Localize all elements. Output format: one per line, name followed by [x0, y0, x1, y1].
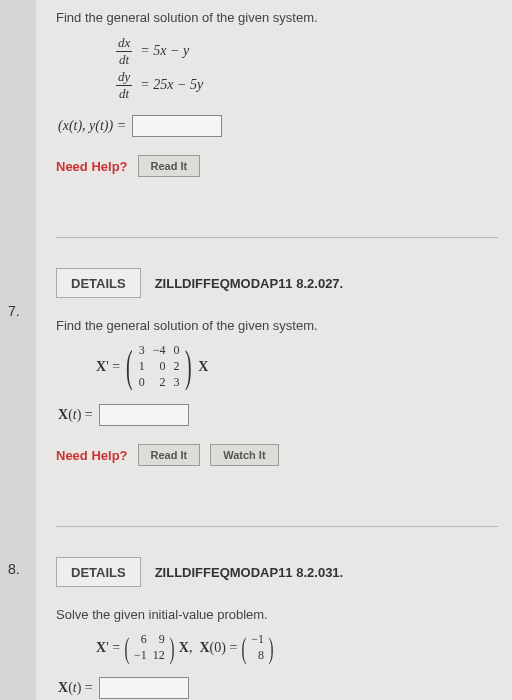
answer-input[interactable] [99, 677, 189, 699]
details-button[interactable]: DETAILS [56, 268, 141, 298]
problem-7: DETAILS ZILLDIFFEQMODAP11 8.2.027. Find … [56, 268, 498, 527]
eq1-den: dt [117, 52, 131, 68]
eq2-num: dy [116, 69, 132, 86]
prompt-text: Find the general solution of the given s… [56, 10, 498, 25]
answer-label: X(t) = [58, 407, 93, 423]
problem-6: Find the general solution of the given s… [56, 10, 498, 238]
source-ref: ZILLDIFFEQMODAP11 8.2.031. [155, 565, 344, 580]
m01: −4 [153, 343, 166, 358]
matrix-equation: X' = ( 6 9 −1 12 ) X, X(0) = ( −1 8 ) [96, 632, 498, 663]
answer-label: (x(t), y(t)) = [58, 118, 126, 134]
equation-block: dx dt = 5x − y dy dt = 25x − 5y [116, 35, 498, 101]
m10: 1 [139, 359, 145, 374]
answer-label: X(t) = [58, 680, 93, 696]
answer-input[interactable] [132, 115, 222, 137]
eq1-num: dx [116, 35, 132, 52]
m00: 6 [134, 632, 147, 647]
x-trail: X [198, 359, 208, 375]
m11: 12 [153, 648, 165, 663]
m10: −1 [134, 648, 147, 663]
read-it-button[interactable]: Read It [138, 155, 201, 177]
watch-it-button[interactable]: Watch It [210, 444, 278, 466]
eq1-rhs: = 5x − y [140, 43, 189, 60]
v0: −1 [251, 632, 264, 647]
m11: 0 [153, 359, 166, 374]
question-number-8: 8. [8, 561, 20, 577]
matrix-equation: X' = ( 3 −4 0 1 0 2 0 2 3 ) X [96, 343, 498, 390]
v1: 8 [251, 648, 264, 663]
need-help-label: Need Help? [56, 448, 128, 463]
prompt-text: Find the general solution of the given s… [56, 318, 498, 333]
answer-input[interactable] [99, 404, 189, 426]
m01: 9 [153, 632, 165, 647]
eq2-rhs: = 25x − 5y [140, 77, 203, 94]
eq2-den: dt [117, 86, 131, 102]
m22: 3 [173, 375, 179, 390]
m12: 2 [173, 359, 179, 374]
question-number-7: 7. [8, 303, 20, 319]
source-ref: ZILLDIFFEQMODAP11 8.2.027. [155, 276, 344, 291]
m21: 2 [153, 375, 166, 390]
m02: 0 [173, 343, 179, 358]
read-it-button[interactable]: Read It [138, 444, 201, 466]
m00: 3 [139, 343, 145, 358]
prompt-text: Solve the given initial-value problem. [56, 607, 498, 622]
details-button[interactable]: DETAILS [56, 557, 141, 587]
m20: 0 [139, 375, 145, 390]
problem-8: DETAILS ZILLDIFFEQMODAP11 8.2.031. Solve… [56, 557, 498, 700]
need-help-label: Need Help? [56, 159, 128, 174]
